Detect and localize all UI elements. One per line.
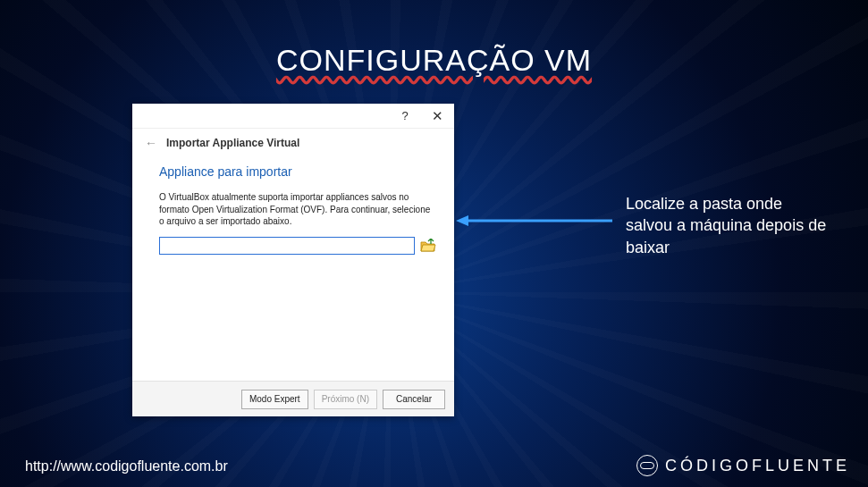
dialog-footer: Modo Expert Próximo (N) Cancelar	[132, 381, 454, 416]
brand: CÓDIGOFLUENTE	[636, 455, 850, 476]
slide-title: CONFIGURAÇÃO VM	[0, 43, 868, 78]
import-appliance-dialog: ? ✕ ← Importar Appliance Virtual Applian…	[132, 104, 454, 416]
next-button[interactable]: Próximo (N)	[314, 390, 377, 409]
svg-marker-1	[456, 215, 468, 226]
expert-mode-button[interactable]: Modo Expert	[241, 390, 308, 409]
path-row	[159, 237, 436, 255]
footer-url: http://www.codigofluente.com.br	[25, 458, 228, 474]
section-title: Appliance para importar	[159, 164, 436, 179]
dialog-body: Appliance para importar O VirtualBox atu…	[132, 154, 454, 381]
appliance-path-input[interactable]	[159, 237, 415, 255]
brand-text: CÓDIGOFLUENTE	[665, 457, 850, 475]
dialog-header: ← Importar Appliance Virtual	[132, 129, 454, 154]
brand-logo-icon	[636, 455, 658, 476]
dialog-titlebar: ? ✕	[132, 104, 454, 129]
close-button[interactable]: ✕	[426, 106, 449, 126]
browse-folder-icon[interactable]	[420, 238, 436, 254]
help-button[interactable]: ?	[393, 106, 417, 126]
cancel-button[interactable]: Cancelar	[383, 390, 445, 409]
back-arrow-icon[interactable]: ←	[145, 136, 157, 150]
callout-arrow-icon	[456, 212, 612, 230]
dialog-header-title: Importar Appliance Virtual	[166, 137, 299, 149]
callout-text: Localize a pasta onde salvou a máquina d…	[626, 193, 831, 258]
dialog-body-text: O VirtualBox atualmente suporta importar…	[159, 191, 436, 228]
